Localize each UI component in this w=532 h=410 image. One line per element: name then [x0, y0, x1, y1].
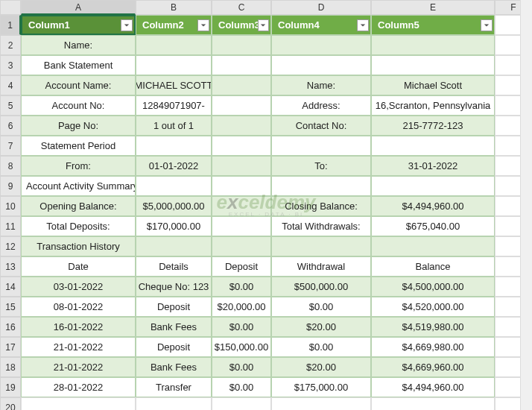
vertical-scrollbar[interactable] [520, 0, 532, 410]
cell-a7[interactable]: Statement Period [21, 136, 136, 156]
cell-e8[interactable]: 31-01-2022 [371, 156, 495, 176]
cell-b8[interactable]: 01-01-2022 [136, 156, 212, 176]
cell-d6[interactable]: Contact No: [271, 116, 371, 136]
cell-c19[interactable]: $0.00 [212, 377, 271, 397]
cell-d14[interactable]: $500,000.00 [271, 277, 371, 297]
cell-c1[interactable]: Column3 [212, 15, 271, 35]
cell-a10[interactable]: Opening Balance: [21, 196, 136, 216]
cell-b18[interactable]: Bank Fees [136, 357, 212, 377]
cell-d2[interactable] [271, 35, 371, 55]
cell-e2[interactable] [371, 35, 495, 55]
cell-a3[interactable]: Bank Statement [21, 55, 136, 75]
filter-button-c3[interactable] [258, 19, 269, 31]
cell-a15[interactable]: 08-01-2022 [21, 297, 136, 317]
cell-b12[interactable] [136, 236, 212, 256]
cell-c12[interactable] [212, 236, 271, 256]
cell-a6[interactable]: Page No: [21, 116, 136, 136]
row-header-12[interactable]: 12 [0, 236, 21, 256]
cell-b16[interactable]: Bank Fees [136, 317, 212, 337]
cell-d3[interactable] [271, 55, 371, 75]
cell-e19[interactable]: $4,494,960.00 [371, 377, 495, 397]
cell-d5[interactable]: Address: [271, 95, 371, 116]
cell-c16[interactable]: $0.00 [212, 317, 271, 337]
cell-b2[interactable] [136, 35, 212, 55]
row-header-20[interactable]: 20 [0, 397, 21, 410]
row-header-13[interactable]: 13 [0, 256, 21, 277]
cell-b14[interactable]: Cheque No: 123 [136, 277, 212, 297]
row-header-2[interactable]: 2 [0, 35, 21, 55]
row-header-18[interactable]: 18 [0, 357, 21, 377]
cell-d9[interactable] [271, 176, 371, 196]
cell-d1[interactable]: Column4 [271, 15, 371, 35]
cell-c10[interactable] [212, 196, 271, 216]
cell-b15[interactable]: Deposit [136, 297, 212, 317]
cell-b6[interactable]: 1 out of 1 [136, 116, 212, 136]
cell-b4[interactable]: MICHAEL SCOTT [136, 75, 212, 95]
row-header-4[interactable]: 4 [0, 75, 21, 95]
row-header-10[interactable]: 10 [0, 196, 21, 216]
cell-b9[interactable] [136, 176, 212, 196]
select-all-corner[interactable] [0, 0, 21, 15]
cell-c11[interactable] [212, 216, 271, 236]
row-header-5[interactable]: 5 [0, 95, 21, 116]
cell-c6[interactable] [212, 116, 271, 136]
row-header-9[interactable]: 9 [0, 176, 21, 196]
cell-e9[interactable] [371, 176, 495, 196]
cell-d16[interactable]: $20.00 [271, 317, 371, 337]
cell-c20[interactable] [212, 397, 271, 410]
cell-a18[interactable]: 21-01-2022 [21, 357, 136, 377]
cell-d4[interactable]: Name: [271, 75, 371, 95]
row-header-11[interactable]: 11 [0, 216, 21, 236]
cell-a13[interactable]: Date [21, 256, 136, 277]
cell-d17[interactable]: $0.00 [271, 337, 371, 357]
cell-d10[interactable]: Closing Balance: [271, 196, 371, 216]
cell-a4[interactable]: Account Name: [21, 75, 136, 95]
row-header-3[interactable]: 3 [0, 55, 21, 75]
cell-e17[interactable]: $4,669,980.00 [371, 337, 495, 357]
cell-a16[interactable]: 16-01-2022 [21, 317, 136, 337]
col-header-e[interactable]: E [371, 0, 495, 15]
cell-c14[interactable]: $0.00 [212, 277, 271, 297]
row-header-16[interactable]: 16 [0, 317, 21, 337]
cell-b7[interactable] [136, 136, 212, 156]
col-header-a[interactable]: A [21, 0, 136, 15]
cell-b13[interactable]: Details [136, 256, 212, 277]
row-header-14[interactable]: 14 [0, 277, 21, 297]
cell-b17[interactable]: Deposit [136, 337, 212, 357]
row-header-19[interactable]: 19 [0, 377, 21, 397]
cell-a12[interactable]: Transaction History [21, 236, 136, 256]
cell-e18[interactable]: $4,669,960.00 [371, 357, 495, 377]
cell-c17[interactable]: $150,000.00 [212, 337, 271, 357]
cell-a19[interactable]: 28-01-2022 [21, 377, 136, 397]
row-header-1[interactable]: 1 [0, 15, 21, 35]
cell-d19[interactable]: $175,000.00 [271, 377, 371, 397]
cell-b19[interactable]: Transfer [136, 377, 212, 397]
cell-c2[interactable] [212, 35, 271, 55]
cell-c4[interactable] [212, 75, 271, 95]
filter-button-c1[interactable] [121, 19, 133, 31]
cell-b3[interactable] [136, 55, 212, 75]
cell-a9[interactable]: Account Activity Summary [21, 176, 136, 196]
cell-c13[interactable]: Deposit [212, 256, 271, 277]
cell-e14[interactable]: $4,500,000.00 [371, 277, 495, 297]
cell-a17[interactable]: 21-01-2022 [21, 337, 136, 357]
cell-a5[interactable]: Account No: [21, 95, 136, 116]
cell-e12[interactable] [371, 236, 495, 256]
cell-c8[interactable] [212, 156, 271, 176]
cell-c7[interactable] [212, 136, 271, 156]
cell-e3[interactable] [371, 55, 495, 75]
col-header-d[interactable]: D [271, 0, 371, 15]
cell-b1[interactable]: Column2 [136, 15, 212, 35]
cell-d7[interactable] [271, 136, 371, 156]
cell-c9[interactable] [212, 176, 271, 196]
cell-e4[interactable]: Michael Scott [371, 75, 495, 95]
cell-d8[interactable]: To: [271, 156, 371, 176]
cell-a8[interactable]: From: [21, 156, 136, 176]
cell-e10[interactable]: $4,494,960.00 [371, 196, 495, 216]
cell-d18[interactable]: $20.00 [271, 357, 371, 377]
cell-c3[interactable] [212, 55, 271, 75]
cell-d11[interactable]: Total Withdrawals: [271, 216, 371, 236]
cell-c5[interactable] [212, 95, 271, 116]
row-header-15[interactable]: 15 [0, 297, 21, 317]
cell-b5[interactable]: 12849071907- [136, 95, 212, 116]
